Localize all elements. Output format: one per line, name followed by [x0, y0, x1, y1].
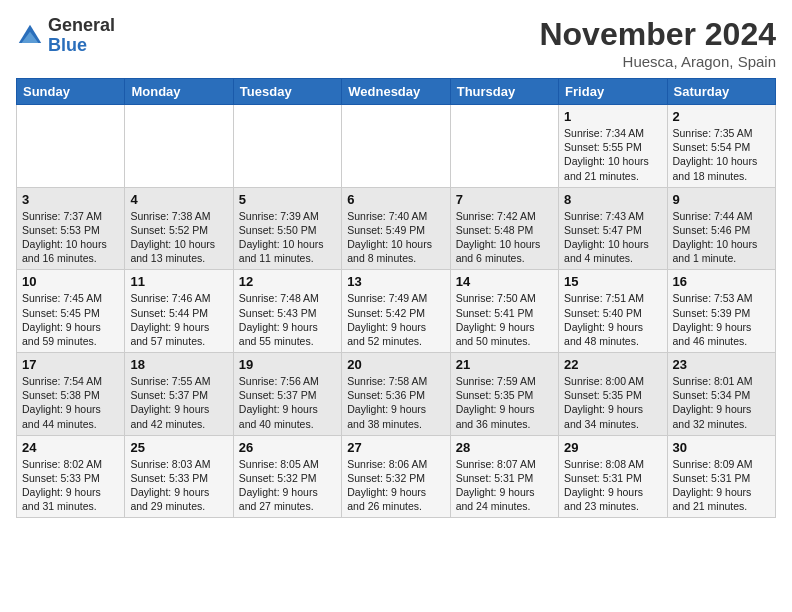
- logo-icon: [16, 22, 44, 50]
- calendar-cell: [125, 105, 233, 188]
- day-info: Sunrise: 8:01 AMSunset: 5:34 PMDaylight:…: [673, 374, 770, 431]
- day-info: Sunrise: 7:50 AMSunset: 5:41 PMDaylight:…: [456, 291, 553, 348]
- day-number: 19: [239, 357, 336, 372]
- day-info: Sunrise: 8:05 AMSunset: 5:32 PMDaylight:…: [239, 457, 336, 514]
- day-info: Sunrise: 8:02 AMSunset: 5:33 PMDaylight:…: [22, 457, 119, 514]
- day-info: Sunrise: 8:09 AMSunset: 5:31 PMDaylight:…: [673, 457, 770, 514]
- day-number: 4: [130, 192, 227, 207]
- day-of-week-header: Tuesday: [233, 79, 341, 105]
- day-number: 25: [130, 440, 227, 455]
- day-info: Sunrise: 7:55 AMSunset: 5:37 PMDaylight:…: [130, 374, 227, 431]
- day-info: Sunrise: 7:59 AMSunset: 5:35 PMDaylight:…: [456, 374, 553, 431]
- day-info: Sunrise: 7:39 AMSunset: 5:50 PMDaylight:…: [239, 209, 336, 266]
- calendar-cell: 15Sunrise: 7:51 AMSunset: 5:40 PMDayligh…: [559, 270, 667, 353]
- day-number: 29: [564, 440, 661, 455]
- calendar-cell: 29Sunrise: 8:08 AMSunset: 5:31 PMDayligh…: [559, 435, 667, 518]
- calendar-cell: 26Sunrise: 8:05 AMSunset: 5:32 PMDayligh…: [233, 435, 341, 518]
- calendar-week-row: 10Sunrise: 7:45 AMSunset: 5:45 PMDayligh…: [17, 270, 776, 353]
- day-info: Sunrise: 8:07 AMSunset: 5:31 PMDaylight:…: [456, 457, 553, 514]
- calendar-cell: [450, 105, 558, 188]
- day-info: Sunrise: 8:03 AMSunset: 5:33 PMDaylight:…: [130, 457, 227, 514]
- day-info: Sunrise: 7:49 AMSunset: 5:42 PMDaylight:…: [347, 291, 444, 348]
- day-number: 18: [130, 357, 227, 372]
- day-number: 11: [130, 274, 227, 289]
- calendar-cell: 14Sunrise: 7:50 AMSunset: 5:41 PMDayligh…: [450, 270, 558, 353]
- calendar-cell: 13Sunrise: 7:49 AMSunset: 5:42 PMDayligh…: [342, 270, 450, 353]
- day-info: Sunrise: 7:53 AMSunset: 5:39 PMDaylight:…: [673, 291, 770, 348]
- day-number: 8: [564, 192, 661, 207]
- calendar-cell: 21Sunrise: 7:59 AMSunset: 5:35 PMDayligh…: [450, 353, 558, 436]
- day-number: 12: [239, 274, 336, 289]
- calendar-cell: 10Sunrise: 7:45 AMSunset: 5:45 PMDayligh…: [17, 270, 125, 353]
- day-of-week-header: Friday: [559, 79, 667, 105]
- calendar-week-row: 3Sunrise: 7:37 AMSunset: 5:53 PMDaylight…: [17, 187, 776, 270]
- day-info: Sunrise: 7:51 AMSunset: 5:40 PMDaylight:…: [564, 291, 661, 348]
- calendar-cell: 8Sunrise: 7:43 AMSunset: 5:47 PMDaylight…: [559, 187, 667, 270]
- day-number: 1: [564, 109, 661, 124]
- calendar-cell: 12Sunrise: 7:48 AMSunset: 5:43 PMDayligh…: [233, 270, 341, 353]
- calendar-cell: 27Sunrise: 8:06 AMSunset: 5:32 PMDayligh…: [342, 435, 450, 518]
- calendar-cell: 5Sunrise: 7:39 AMSunset: 5:50 PMDaylight…: [233, 187, 341, 270]
- day-number: 27: [347, 440, 444, 455]
- day-info: Sunrise: 8:08 AMSunset: 5:31 PMDaylight:…: [564, 457, 661, 514]
- calendar-cell: 9Sunrise: 7:44 AMSunset: 5:46 PMDaylight…: [667, 187, 775, 270]
- calendar-cell: 28Sunrise: 8:07 AMSunset: 5:31 PMDayligh…: [450, 435, 558, 518]
- day-info: Sunrise: 7:54 AMSunset: 5:38 PMDaylight:…: [22, 374, 119, 431]
- page-header: General Blue November 2024 Huesca, Arago…: [16, 16, 776, 70]
- day-number: 20: [347, 357, 444, 372]
- calendar-cell: 30Sunrise: 8:09 AMSunset: 5:31 PMDayligh…: [667, 435, 775, 518]
- day-number: 24: [22, 440, 119, 455]
- day-number: 23: [673, 357, 770, 372]
- calendar-cell: 19Sunrise: 7:56 AMSunset: 5:37 PMDayligh…: [233, 353, 341, 436]
- calendar-cell: 24Sunrise: 8:02 AMSunset: 5:33 PMDayligh…: [17, 435, 125, 518]
- day-of-week-header: Monday: [125, 79, 233, 105]
- day-number: 9: [673, 192, 770, 207]
- calendar-cell: 23Sunrise: 8:01 AMSunset: 5:34 PMDayligh…: [667, 353, 775, 436]
- day-number: 7: [456, 192, 553, 207]
- day-number: 30: [673, 440, 770, 455]
- day-info: Sunrise: 7:48 AMSunset: 5:43 PMDaylight:…: [239, 291, 336, 348]
- day-of-week-header: Sunday: [17, 79, 125, 105]
- calendar-cell: 2Sunrise: 7:35 AMSunset: 5:54 PMDaylight…: [667, 105, 775, 188]
- month-title: November 2024: [539, 16, 776, 53]
- day-number: 14: [456, 274, 553, 289]
- location: Huesca, Aragon, Spain: [539, 53, 776, 70]
- day-of-week-header: Wednesday: [342, 79, 450, 105]
- logo-general: General: [48, 16, 115, 36]
- logo-text: General Blue: [48, 16, 115, 56]
- day-info: Sunrise: 7:37 AMSunset: 5:53 PMDaylight:…: [22, 209, 119, 266]
- calendar-cell: [342, 105, 450, 188]
- title-block: November 2024 Huesca, Aragon, Spain: [539, 16, 776, 70]
- calendar-cell: 25Sunrise: 8:03 AMSunset: 5:33 PMDayligh…: [125, 435, 233, 518]
- calendar-cell: 11Sunrise: 7:46 AMSunset: 5:44 PMDayligh…: [125, 270, 233, 353]
- day-number: 22: [564, 357, 661, 372]
- day-number: 10: [22, 274, 119, 289]
- day-number: 2: [673, 109, 770, 124]
- day-info: Sunrise: 7:34 AMSunset: 5:55 PMDaylight:…: [564, 126, 661, 183]
- calendar-cell: 22Sunrise: 8:00 AMSunset: 5:35 PMDayligh…: [559, 353, 667, 436]
- calendar-cell: [17, 105, 125, 188]
- calendar-cell: 7Sunrise: 7:42 AMSunset: 5:48 PMDaylight…: [450, 187, 558, 270]
- day-number: 21: [456, 357, 553, 372]
- day-number: 16: [673, 274, 770, 289]
- calendar-header: SundayMondayTuesdayWednesdayThursdayFrid…: [17, 79, 776, 105]
- calendar-cell: 1Sunrise: 7:34 AMSunset: 5:55 PMDaylight…: [559, 105, 667, 188]
- day-info: Sunrise: 7:46 AMSunset: 5:44 PMDaylight:…: [130, 291, 227, 348]
- calendar-body: 1Sunrise: 7:34 AMSunset: 5:55 PMDaylight…: [17, 105, 776, 518]
- day-number: 3: [22, 192, 119, 207]
- header-row: SundayMondayTuesdayWednesdayThursdayFrid…: [17, 79, 776, 105]
- calendar-cell: [233, 105, 341, 188]
- day-info: Sunrise: 7:40 AMSunset: 5:49 PMDaylight:…: [347, 209, 444, 266]
- calendar-cell: 6Sunrise: 7:40 AMSunset: 5:49 PMDaylight…: [342, 187, 450, 270]
- day-of-week-header: Thursday: [450, 79, 558, 105]
- calendar-cell: 18Sunrise: 7:55 AMSunset: 5:37 PMDayligh…: [125, 353, 233, 436]
- day-number: 26: [239, 440, 336, 455]
- day-info: Sunrise: 7:56 AMSunset: 5:37 PMDaylight:…: [239, 374, 336, 431]
- calendar-week-row: 17Sunrise: 7:54 AMSunset: 5:38 PMDayligh…: [17, 353, 776, 436]
- calendar-cell: 16Sunrise: 7:53 AMSunset: 5:39 PMDayligh…: [667, 270, 775, 353]
- calendar-cell: 20Sunrise: 7:58 AMSunset: 5:36 PMDayligh…: [342, 353, 450, 436]
- day-info: Sunrise: 7:42 AMSunset: 5:48 PMDaylight:…: [456, 209, 553, 266]
- day-number: 28: [456, 440, 553, 455]
- logo-blue: Blue: [48, 36, 115, 56]
- day-info: Sunrise: 7:35 AMSunset: 5:54 PMDaylight:…: [673, 126, 770, 183]
